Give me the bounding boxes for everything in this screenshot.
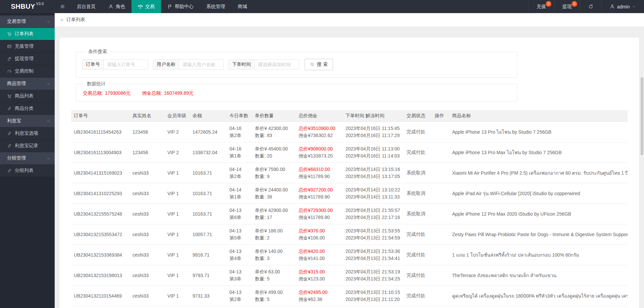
total-commission-cell: 总价¥376.00佣金¥106.00 [296, 224, 343, 245]
total-commission-cell: 总价¥68310.00佣金¥11789.90 [296, 163, 343, 183]
order-no-cell: UB2304132153553472 [71, 224, 130, 245]
breadcrumb-arrows-icon: » [60, 17, 63, 23]
table-row[interactable]: UB2304132153369384 ceshi33 VIP 1 9916.71… [71, 245, 628, 265]
refresh-button[interactable] [580, 0, 601, 13]
order-time-label: 下单时间 [228, 59, 255, 70]
sidebar-group-grouping-management[interactable]: 分组管理 [0, 152, 55, 165]
balance-cell: 10057.71 [190, 224, 227, 245]
cart-icon [7, 32, 12, 36]
order-no-input[interactable] [104, 59, 148, 70]
today-orders-cell: 04-13第3单 [227, 265, 252, 285]
sidebar-group-product-management[interactable]: 商品管理 [0, 78, 55, 90]
nav-item-help-center[interactable]: 帮助中心 [161, 0, 200, 13]
table-row[interactable]: UB2304161113004903 123456 VIP 2 1338732.… [71, 142, 628, 163]
nav-item-home[interactable]: 后台首页 [70, 0, 102, 13]
vertical-scrollbar[interactable] [641, 77, 643, 155]
price-qty-cell: 单价¥ 7590.00数量: 9 [252, 163, 296, 183]
nav-item-mall[interactable]: 商城 [231, 0, 254, 13]
real-name-cell: ceshi33 [130, 224, 165, 245]
table-row[interactable]: UB2304141310225293 ceshi33 VIP 1 10163.7… [71, 183, 628, 204]
total-trade-amount: 交易总额:17930086元 [81, 90, 130, 96]
username-label: 用户名称 [153, 59, 179, 70]
username-group: 用户名称 [153, 59, 224, 70]
today-orders-cell: 04-14第2单 [227, 163, 252, 183]
col-balance: 余额 [190, 110, 227, 122]
balance-cell: 9916.71 [190, 245, 227, 265]
brand-name: SHBUY [11, 3, 35, 10]
user-menu[interactable]: admin [601, 0, 644, 13]
price-qty-cell: 单价¥ 24400.00数量: 38 [252, 183, 296, 204]
col-product-name: 商品名称 [449, 110, 628, 122]
search-panel: 条件搜索 订单号 用户名称 下单时间 搜 索 [76, 49, 517, 78]
nav-item-trade[interactable]: 交易 [131, 0, 161, 13]
col-today-orders: 今日单数 [227, 110, 252, 122]
sidebar-group-trade-management[interactable]: 交易管理 [0, 15, 55, 28]
balance-cell: 10163.71 [190, 204, 227, 224]
withdraw-badge: 0 [572, 1, 577, 7]
table-row[interactable]: UB2304141315169023 ceshi33 VIP 1 10163.7… [71, 163, 628, 183]
price-qty-cell: 单价¥ 42900.00数量: 17 [252, 204, 296, 224]
col-order-no: 订单号 [71, 110, 130, 122]
content-card: 条件搜索 订单号 用户名称 下单时间 搜 索 [60, 38, 639, 308]
sidebar-item-recharge-management[interactable]: 充值管理 [0, 40, 55, 53]
col-action: 操作 [432, 110, 449, 122]
order-no-cell: UB2304161115454263 [71, 122, 130, 142]
cart-icon [7, 94, 12, 98]
username-input[interactable] [179, 59, 224, 70]
order-no-cell: UB2304132110154469 [71, 285, 130, 306]
real-name-cell: ceshi33 [130, 265, 165, 285]
order-no-cell: UB2304132153198013 [71, 265, 130, 285]
sidebar-item-order-list[interactable]: 订单列表 [0, 28, 55, 40]
nav-item-system[interactable]: 系统管理 [200, 0, 231, 13]
vip-level-cell: VIP 2 [165, 122, 190, 142]
table-row[interactable]: UB2304132110154469 ceshi33 VIP 1 9731.33… [71, 285, 628, 306]
order-no-cell: UB2304132106562365 [71, 306, 130, 308]
order-no-group: 订单号 [82, 59, 148, 70]
product-name-cell: Apple iPhone 13 Pro ไอโฟน by Studio 7 25… [449, 122, 628, 142]
brand-logo[interactable]: SHBUY V3.0 [0, 0, 55, 13]
sidebar-item-withdraw-management[interactable]: 提现管理 [0, 53, 55, 65]
table-row[interactable]: UB2304132153198013 ceshi33 VIP 1 9793.71… [71, 265, 628, 285]
table-row[interactable]: UB2304132153553472 ceshi33 VIP 1 10057.7… [71, 224, 628, 245]
status-cell: 系统取消 [404, 204, 432, 224]
nav-menu: 后台首页 角色 交易 帮助中心 系统管理 商城 [55, 0, 254, 13]
product-name-cell: ดูดเหรียญได้ เครื่องดูดฝุ่นในรถ 18000PA … [449, 285, 628, 306]
price-qty-cell: 单价¥ 42300.00数量: 83 [252, 122, 296, 142]
link-icon [7, 131, 12, 136]
recharge-button[interactable]: 充值 0 [528, 0, 554, 13]
sidebar-toggle-button[interactable] [55, 0, 70, 13]
total-commission-cell: 总价¥315.00佣金¥123.00 [296, 265, 343, 285]
sidebar-item-product-category[interactable]: 商品分类 [0, 102, 55, 115]
withdraw-button[interactable]: 提现 0 [554, 0, 580, 13]
col-times: 下单时间 解冻时间 [343, 110, 404, 122]
search-button[interactable]: 搜 索 [305, 59, 333, 70]
link-icon [7, 168, 12, 173]
sidebar-item-product-list[interactable]: 商品列表 [0, 90, 55, 102]
chevron-down-icon [47, 157, 50, 160]
breadcrumb: » 订单列表 [55, 13, 644, 27]
table-row[interactable]: UB2304132155575248 ceshi33 VIP 1 10163.7… [71, 204, 628, 224]
order-time-input[interactable] [255, 59, 299, 70]
sidebar-item-interest-options[interactable]: 利息宝选项 [0, 127, 55, 140]
gauge-icon [7, 69, 12, 74]
sidebar: 交易管理 订单列表 充值管理 提现管理 交易控制 商品管理 商品列表 商品分类 … [0, 13, 55, 308]
order-no-label: 订单号 [82, 59, 104, 70]
page-title: 订单列表 [66, 17, 85, 23]
sidebar-item-interest-records[interactable]: 利息宝记录 [0, 140, 55, 152]
sidebar-item-trade-control[interactable]: 交易控制 [0, 65, 55, 78]
table-row[interactable]: UB2304161115454263 123456 VIP 2 1472605.… [71, 122, 628, 142]
time-cell: 2023年04月14日 13:10:222023年04月14日 13:11:33 [343, 183, 404, 204]
nav-item-roles[interactable]: 角色 [102, 0, 131, 13]
table-row[interactable]: UB2304132106562365 ceshi33 VIP 1 9613.53… [71, 306, 628, 308]
product-name-cell: TheTerrace ถังขยะพลาสติก ขนาดเล็ก สำหรับ… [449, 265, 628, 285]
order-no-cell: UB2304132153369384 [71, 245, 130, 265]
product-name-cell: กางเกงเดินป่า ขาสั้น S.ARCHON ผ้าแห้งเร็… [449, 306, 628, 308]
vip-level-cell: VIP 1 [165, 183, 190, 204]
price-qty-cell: 单价¥ 63.00数量: 5 [252, 265, 296, 285]
today-orders-cell: 04-16第2单 [227, 122, 252, 142]
total-commission-cell: 总价¥729300.00佣金¥11789.90 [296, 204, 343, 224]
sidebar-item-group-list[interactable]: 分组列表 [0, 165, 55, 177]
chevron-down-icon [47, 82, 50, 86]
real-name-cell: ceshi33 [130, 306, 165, 308]
sidebar-group-interest-treasure[interactable]: 利息宝 [0, 115, 55, 127]
